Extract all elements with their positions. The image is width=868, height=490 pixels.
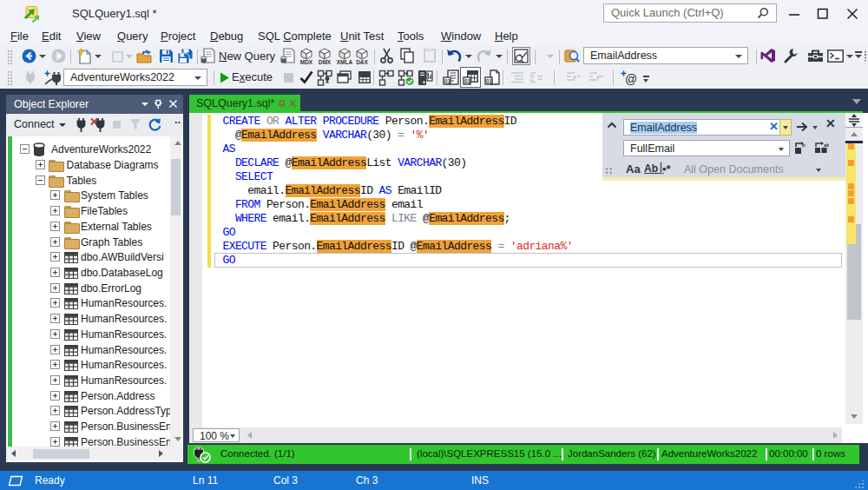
svg-text:2: 2	[529, 74, 534, 83]
svg-text:@: @	[625, 72, 637, 86]
svg-text:MDX: MDX	[300, 59, 313, 65]
svg-text:01: 01	[464, 78, 471, 84]
svg-text:DMX: DMX	[319, 59, 332, 65]
svg-text:01: 01	[444, 78, 451, 84]
svg-text:DAX: DAX	[356, 59, 368, 65]
svg-text:b: b	[802, 142, 806, 148]
svg-text:01: 01	[486, 78, 493, 84]
svg-text:XMLA: XMLA	[337, 59, 353, 65]
svg-text:ab: ab	[824, 142, 829, 148]
